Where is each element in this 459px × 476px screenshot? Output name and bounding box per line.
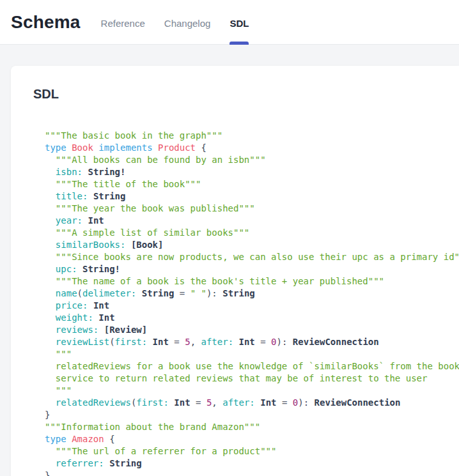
sdl-code-block: """The basic book in the graph"""type Bo… [45, 130, 451, 476]
code-token: first: [115, 337, 148, 347]
code-token: weight: [56, 312, 93, 323]
code-line: } [45, 409, 451, 421]
code-line: } [45, 470, 451, 476]
code-token: service to return related reviews that m… [45, 373, 427, 383]
code-token: Int [93, 300, 109, 311]
code-token: Int [88, 215, 104, 226]
code-token: Int [260, 397, 276, 408]
code-token: String! [88, 167, 125, 177]
code-line: """The basic book in the graph""" [45, 130, 451, 142]
code-token [45, 264, 56, 274]
code-token: ): [277, 337, 293, 347]
code-line: type Book implements Product { [45, 142, 451, 154]
code-line: """A simple list of similar books""" [45, 227, 451, 239]
tab-changelog-label: Changelog [164, 18, 211, 29]
code-token [45, 215, 56, 226]
code-token: Book [72, 142, 98, 153]
code-token: = [277, 397, 293, 408]
code-line: """The url of a referrer for a product""… [45, 445, 451, 457]
code-token: 5 [185, 337, 190, 347]
code-token: """All books can be found by an isbn""" [45, 155, 266, 165]
code-token: relatedReviews [56, 397, 131, 408]
code-line: weight: Int [45, 312, 451, 324]
code-token: [Review] [104, 325, 147, 335]
code-token [45, 167, 56, 177]
code-line: relatedReviews(first: Int = 5, after: In… [45, 397, 451, 409]
code-token [98, 325, 104, 335]
code-token [45, 240, 56, 250]
code-token: implements [98, 142, 158, 153]
code-line: """ [45, 385, 451, 397]
code-token [255, 397, 260, 408]
code-line: isbn: String! [45, 166, 451, 178]
code-line: """Since books are now products, we can … [45, 251, 451, 263]
code-token: ReviewConnection [293, 337, 379, 347]
code-token [147, 337, 152, 347]
code-line: name(delimeter: String = " "): String [45, 288, 451, 300]
code-line: """Information about the brand Amazon""" [45, 421, 451, 433]
code-token: , [212, 397, 222, 408]
code-token: Amazon [72, 434, 109, 444]
code-token: """A simple list of similar books""" [45, 227, 249, 238]
code-token: """The title of the book""" [45, 179, 201, 189]
code-token: Int [98, 312, 114, 323]
code-token: Int [239, 337, 255, 347]
code-token: ( [77, 288, 82, 298]
code-token [88, 300, 93, 311]
code-token [45, 288, 56, 298]
code-token: """Information about the brand Amazon""" [45, 422, 260, 432]
code-token [45, 397, 56, 408]
code-line: service to return related reviews that m… [45, 372, 451, 385]
code-line: """The title of the book""" [45, 178, 451, 190]
code-line: reviews: [Review] [45, 324, 451, 336]
sdl-card: SDL """The basic book in the graph"""typ… [11, 66, 459, 476]
code-line: referrer: String [45, 457, 451, 470]
code-token: ): [206, 288, 222, 298]
code-line: type Amazon { [45, 433, 451, 445]
code-token [45, 300, 56, 311]
code-token: Product [158, 142, 201, 153]
code-token [77, 264, 82, 274]
code-token: type [45, 142, 72, 153]
code-token: Int [174, 397, 190, 408]
tab-changelog[interactable]: Changelog [164, 0, 211, 44]
tab-reference-label: Reference [101, 18, 145, 29]
code-token: """The year the book was published""" [45, 203, 255, 213]
code-token [233, 337, 238, 347]
code-token: , [191, 337, 201, 347]
code-token: ( [109, 337, 114, 347]
code-token: """The url of a referrer for a product""… [45, 446, 276, 456]
code-token [45, 337, 56, 347]
code-token: 0 [293, 397, 298, 408]
code-token: = [174, 288, 190, 298]
code-token: referrer: [56, 458, 104, 468]
code-token [45, 312, 56, 323]
code-token: similarBooks: [56, 240, 126, 250]
code-token [88, 191, 93, 201]
code-line: upc: String! [45, 263, 451, 275]
tab-sdl[interactable]: SDL [230, 0, 249, 44]
code-token: Int [153, 337, 169, 347]
code-token [136, 288, 141, 298]
code-token: first: [136, 397, 169, 408]
code-token: isbn: [56, 167, 82, 177]
code-token: } [45, 470, 50, 476]
code-token: after: [222, 397, 255, 408]
code-token: title: [56, 191, 88, 201]
code-token: delimeter: [82, 288, 136, 298]
code-token [45, 325, 56, 335]
code-token: [Book] [131, 240, 164, 250]
code-token: = [191, 397, 206, 408]
code-token: """The name of a book is the book's titl… [45, 276, 384, 286]
tab-sdl-label: SDL [230, 18, 249, 29]
code-token: { [201, 142, 206, 153]
code-token: ): [298, 397, 314, 408]
code-token: upc: [56, 264, 77, 274]
tab-reference[interactable]: Reference [101, 0, 145, 44]
code-token: } [45, 410, 50, 420]
code-token: = [255, 337, 271, 347]
code-line: """The year the book was published""" [45, 203, 451, 215]
code-token [45, 458, 56, 468]
code-line: """All books can be found by an isbn""" [45, 154, 451, 166]
tab-bar: Reference Changelog SDL [101, 0, 249, 44]
